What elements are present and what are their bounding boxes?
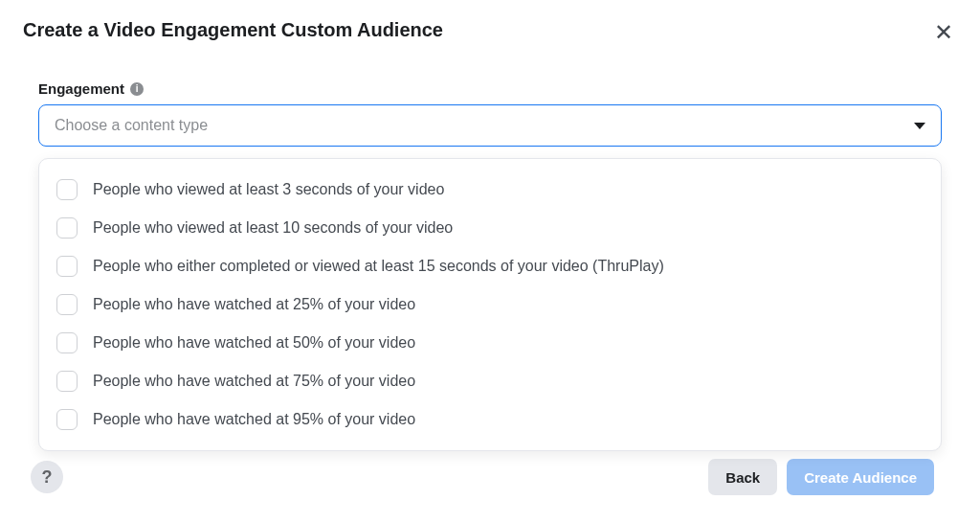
modal-footer: ? Back Create Audience xyxy=(23,451,957,505)
option-label: People who have watched at 75% of your v… xyxy=(93,373,415,390)
option-thruplay[interactable]: People who either completed or viewed at… xyxy=(47,247,933,285)
help-icon: ? xyxy=(42,467,53,488)
option-label: People who have watched at 25% of your v… xyxy=(93,296,415,313)
info-icon[interactable]: i xyxy=(130,82,144,96)
create-audience-button[interactable]: Create Audience xyxy=(787,459,934,495)
option-label: People who viewed at least 3 seconds of … xyxy=(93,181,444,198)
option-95-percent[interactable]: People who have watched at 95% of your v… xyxy=(47,400,933,439)
option-label: People who have watched at 95% of your v… xyxy=(93,411,415,428)
checkbox-icon xyxy=(56,179,78,200)
checkbox-icon xyxy=(56,217,78,239)
modal-create-video-engagement-audience: Create a Video Engagement Custom Audienc… xyxy=(0,0,980,523)
help-button[interactable]: ? xyxy=(31,461,63,493)
engagement-label-row: Engagement i xyxy=(38,80,942,97)
close-button[interactable]: ✕ xyxy=(930,19,957,46)
option-3-seconds[interactable]: People who viewed at least 3 seconds of … xyxy=(47,171,933,209)
checkbox-icon xyxy=(56,409,78,430)
checkbox-icon xyxy=(56,256,78,277)
content-type-placeholder: Choose a content type xyxy=(55,117,208,134)
checkbox-icon xyxy=(56,332,78,353)
footer-actions: Back Create Audience xyxy=(708,459,934,495)
option-label: People who either completed or viewed at… xyxy=(93,258,664,275)
option-label: People who have watched at 50% of your v… xyxy=(93,334,415,352)
content-type-dropdown: People who viewed at least 3 seconds of … xyxy=(38,158,942,451)
close-icon: ✕ xyxy=(934,19,953,45)
chevron-down-icon xyxy=(914,123,925,129)
content-type-select[interactable]: Choose a content type xyxy=(38,104,942,147)
modal-header: Create a Video Engagement Custom Audienc… xyxy=(23,19,957,46)
option-label: People who viewed at least 10 seconds of… xyxy=(93,219,453,237)
option-10-seconds[interactable]: People who viewed at least 10 seconds of… xyxy=(47,209,933,247)
back-button[interactable]: Back xyxy=(708,459,777,495)
engagement-label: Engagement xyxy=(38,80,124,97)
option-25-percent[interactable]: People who have watched at 25% of your v… xyxy=(47,285,933,324)
checkbox-icon xyxy=(56,294,78,315)
modal-title: Create a Video Engagement Custom Audienc… xyxy=(23,19,443,41)
option-50-percent[interactable]: People who have watched at 50% of your v… xyxy=(47,324,933,362)
modal-content: Engagement i Choose a content type Peopl… xyxy=(23,80,957,451)
option-75-percent[interactable]: People who have watched at 75% of your v… xyxy=(47,362,933,400)
checkbox-icon xyxy=(56,371,78,392)
